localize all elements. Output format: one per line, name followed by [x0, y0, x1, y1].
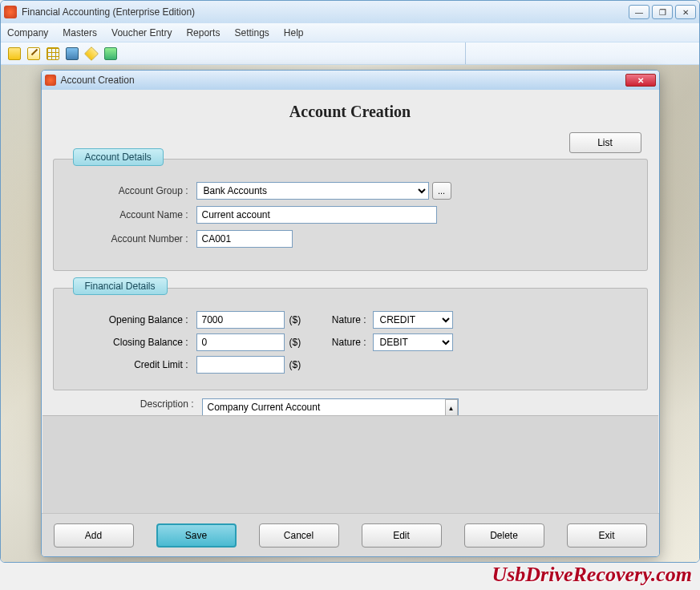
- account-details-legend: Account Details: [73, 148, 164, 166]
- account-number-label: Account Number :: [73, 233, 196, 244]
- menu-masters[interactable]: Masters: [63, 27, 97, 38]
- maximize-button[interactable]: ❐: [652, 5, 673, 19]
- opening-currency: ($): [285, 314, 309, 325]
- dialog-titlebar: Account Creation ✕: [42, 71, 659, 90]
- minimize-button[interactable]: —: [629, 5, 649, 19]
- dialog-heading: Account Creation: [53, 103, 648, 121]
- menu-settings[interactable]: Settings: [234, 27, 269, 38]
- closing-currency: ($): [285, 337, 309, 348]
- menu-company[interactable]: Company: [7, 27, 48, 38]
- toolbar-separator: [121, 42, 466, 64]
- closing-nature-label: Nature :: [309, 337, 373, 348]
- closing-balance-input[interactable]: [196, 333, 285, 351]
- watermark: UsbDriveRecovery.com: [492, 563, 692, 587]
- account-group-label: Account Group :: [73, 185, 196, 196]
- toolbar-btn-2[interactable]: [25, 46, 42, 62]
- menubar: Company Masters Voucher Entry Reports Se…: [1, 23, 699, 42]
- account-number-input[interactable]: [196, 230, 293, 248]
- window-title: Financial Accounting (Enterprise Edition…: [22, 6, 629, 18]
- main-window: Financial Accounting (Enterprise Edition…: [0, 0, 700, 563]
- save-button[interactable]: Save: [156, 523, 237, 548]
- toolbar: [1, 42, 699, 65]
- credit-limit-currency: ($): [285, 359, 309, 370]
- cancel-button[interactable]: Cancel: [259, 523, 339, 548]
- opening-balance-input[interactable]: [196, 311, 285, 329]
- app-icon: [4, 6, 17, 18]
- menu-help[interactable]: Help: [284, 27, 304, 38]
- closing-balance-label: Closing Balance :: [73, 337, 196, 348]
- folder-icon: [8, 47, 21, 60]
- toolbar-btn-3[interactable]: [44, 46, 62, 62]
- exit-button[interactable]: Exit: [567, 523, 647, 548]
- account-creation-dialog: Account Creation ✕ Account Creation List…: [41, 70, 660, 557]
- edit-button[interactable]: Edit: [362, 523, 442, 548]
- tag-icon: [84, 46, 99, 60]
- account-group-browse-button[interactable]: ...: [432, 182, 451, 200]
- menu-reports[interactable]: Reports: [186, 27, 220, 38]
- opening-nature-select[interactable]: CREDIT: [373, 311, 453, 329]
- account-group-select[interactable]: Bank Accounts: [196, 182, 429, 200]
- menu-voucher-entry[interactable]: Voucher Entry: [111, 27, 172, 38]
- toolbar-btn-1[interactable]: [6, 46, 23, 62]
- content-area: Account Creation ✕ Account Creation List…: [1, 65, 699, 562]
- report-icon: [66, 47, 79, 60]
- dialog-lower-panel: [42, 415, 658, 513]
- toolbar-btn-4[interactable]: [63, 46, 81, 62]
- delete-button[interactable]: Delete: [464, 523, 544, 548]
- dialog-close-button[interactable]: ✕: [625, 74, 656, 87]
- closing-nature-select[interactable]: DEBIT: [373, 333, 453, 351]
- edit-icon: [27, 47, 40, 60]
- financial-details-legend: Financial Details: [73, 277, 168, 295]
- dialog-icon: [45, 75, 56, 86]
- account-details-group: Account Details Account Group : Bank Acc…: [53, 150, 648, 271]
- add-button[interactable]: Add: [54, 523, 134, 548]
- financial-details-group: Financial Details Opening Balance : ($) …: [53, 279, 648, 390]
- opening-balance-label: Opening Balance :: [73, 314, 196, 325]
- dialog-footer: Add Save Cancel Edit Delete Exit: [42, 513, 659, 556]
- credit-limit-label: Credit Limit :: [73, 359, 196, 370]
- toolbar-btn-6[interactable]: [102, 46, 119, 62]
- opening-nature-label: Nature :: [309, 314, 373, 325]
- account-name-input[interactable]: [196, 206, 437, 224]
- account-name-label: Account Name :: [73, 209, 196, 220]
- close-button[interactable]: ✕: [675, 5, 696, 19]
- titlebar: Financial Accounting (Enterprise Edition…: [1, 1, 699, 23]
- credit-limit-input[interactable]: [196, 356, 285, 374]
- settings-icon: [104, 47, 117, 60]
- grid-icon: [47, 47, 59, 60]
- toolbar-btn-5[interactable]: [83, 46, 100, 62]
- dialog-title: Account Creation: [61, 75, 135, 86]
